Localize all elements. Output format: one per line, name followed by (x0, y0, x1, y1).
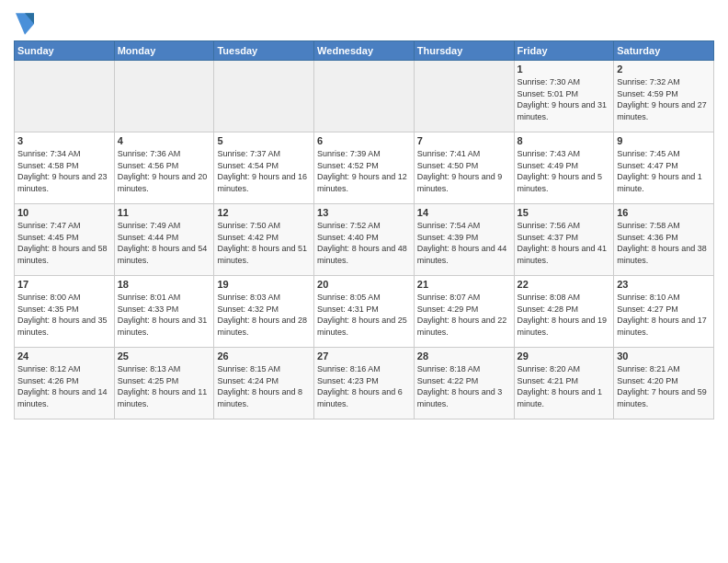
day-cell: 16Sunrise: 7:58 AM Sunset: 4:36 PM Dayli… (614, 204, 714, 276)
day-info: Sunrise: 7:49 AM Sunset: 4:44 PM Dayligh… (118, 220, 211, 266)
day-number: 17 (17, 279, 111, 290)
day-info: Sunrise: 8:08 AM Sunset: 4:28 PM Dayligh… (518, 292, 611, 338)
day-info: Sunrise: 7:41 AM Sunset: 4:50 PM Dayligh… (417, 148, 511, 194)
day-cell: 11Sunrise: 7:49 AM Sunset: 4:44 PM Dayli… (114, 204, 214, 276)
logo (14, 13, 34, 35)
day-number: 2 (617, 63, 711, 75)
day-number: 25 (118, 350, 211, 362)
day-info: Sunrise: 7:37 AM Sunset: 4:54 PM Dayligh… (217, 148, 311, 194)
weekday-header-wednesday: Wednesday (314, 41, 415, 61)
day-cell: 2Sunrise: 7:32 AM Sunset: 4:59 PM Daylig… (614, 61, 714, 132)
day-number: 22 (518, 279, 611, 290)
day-number: 5 (217, 135, 311, 146)
day-cell: 21Sunrise: 8:07 AM Sunset: 4:29 PM Dayli… (414, 276, 514, 348)
day-cell: 19Sunrise: 8:03 AM Sunset: 4:32 PM Dayli… (214, 276, 314, 348)
day-info: Sunrise: 8:16 AM Sunset: 4:23 PM Dayligh… (317, 363, 411, 409)
day-number: 24 (17, 350, 111, 362)
page: SundayMondayTuesdayWednesdayThursdayFrid… (0, 0, 728, 563)
day-cell (414, 61, 514, 132)
day-info: Sunrise: 7:47 AM Sunset: 4:45 PM Dayligh… (17, 220, 111, 266)
day-cell: 14Sunrise: 7:54 AM Sunset: 4:39 PM Dayli… (414, 204, 514, 276)
week-row-3: 10Sunrise: 7:47 AM Sunset: 4:45 PM Dayli… (15, 204, 714, 276)
day-info: Sunrise: 8:05 AM Sunset: 4:31 PM Dayligh… (317, 292, 411, 338)
day-cell: 22Sunrise: 8:08 AM Sunset: 4:28 PM Dayli… (514, 276, 614, 348)
day-cell: 3Sunrise: 7:34 AM Sunset: 4:58 PM Daylig… (15, 132, 115, 204)
day-number: 18 (118, 279, 211, 290)
day-info: Sunrise: 8:18 AM Sunset: 4:22 PM Dayligh… (417, 363, 511, 409)
day-cell: 12Sunrise: 7:50 AM Sunset: 4:42 PM Dayli… (214, 204, 314, 276)
day-cell (114, 61, 214, 132)
day-cell: 18Sunrise: 8:01 AM Sunset: 4:33 PM Dayli… (114, 276, 214, 348)
day-info: Sunrise: 7:54 AM Sunset: 4:39 PM Dayligh… (417, 220, 511, 266)
day-number: 9 (617, 135, 711, 146)
day-info: Sunrise: 7:50 AM Sunset: 4:42 PM Dayligh… (217, 220, 311, 266)
day-number: 28 (417, 350, 511, 362)
day-info: Sunrise: 8:12 AM Sunset: 4:26 PM Dayligh… (17, 363, 111, 409)
weekday-header-monday: Monday (114, 41, 214, 61)
day-cell: 27Sunrise: 8:16 AM Sunset: 4:23 PM Dayli… (314, 348, 415, 419)
day-cell: 6Sunrise: 7:39 AM Sunset: 4:52 PM Daylig… (314, 132, 415, 204)
day-info: Sunrise: 8:00 AM Sunset: 4:35 PM Dayligh… (17, 292, 111, 338)
day-number: 3 (17, 135, 111, 146)
day-number: 4 (118, 135, 211, 146)
weekday-header-thursday: Thursday (414, 41, 514, 61)
day-number: 12 (217, 207, 311, 218)
day-cell: 25Sunrise: 8:13 AM Sunset: 4:25 PM Dayli… (114, 348, 214, 419)
week-row-2: 3Sunrise: 7:34 AM Sunset: 4:58 PM Daylig… (15, 132, 714, 204)
day-number: 1 (518, 63, 611, 75)
day-number: 8 (518, 135, 611, 146)
day-cell: 26Sunrise: 8:15 AM Sunset: 4:24 PM Dayli… (214, 348, 314, 419)
day-info: Sunrise: 7:43 AM Sunset: 4:49 PM Dayligh… (518, 148, 611, 194)
day-number: 26 (217, 350, 311, 362)
day-cell: 9Sunrise: 7:45 AM Sunset: 4:47 PM Daylig… (614, 132, 714, 204)
day-number: 20 (317, 279, 411, 290)
day-number: 19 (217, 279, 311, 290)
week-row-1: 1Sunrise: 7:30 AM Sunset: 5:01 PM Daylig… (15, 61, 714, 132)
day-info: Sunrise: 8:03 AM Sunset: 4:32 PM Dayligh… (217, 292, 311, 338)
day-info: Sunrise: 7:56 AM Sunset: 4:37 PM Dayligh… (518, 220, 611, 266)
week-row-5: 24Sunrise: 8:12 AM Sunset: 4:26 PM Dayli… (15, 348, 714, 419)
day-info: Sunrise: 7:39 AM Sunset: 4:52 PM Dayligh… (317, 148, 411, 194)
weekday-header-sunday: Sunday (15, 41, 115, 61)
day-cell: 8Sunrise: 7:43 AM Sunset: 4:49 PM Daylig… (514, 132, 614, 204)
day-cell: 28Sunrise: 8:18 AM Sunset: 4:22 PM Dayli… (414, 348, 514, 419)
day-number: 6 (317, 135, 411, 146)
day-cell: 13Sunrise: 7:52 AM Sunset: 4:40 PM Dayli… (314, 204, 415, 276)
day-info: Sunrise: 8:20 AM Sunset: 4:21 PM Dayligh… (518, 363, 611, 409)
day-info: Sunrise: 8:13 AM Sunset: 4:25 PM Dayligh… (118, 363, 211, 409)
day-cell: 29Sunrise: 8:20 AM Sunset: 4:21 PM Dayli… (514, 348, 614, 419)
day-cell: 5Sunrise: 7:37 AM Sunset: 4:54 PM Daylig… (214, 132, 314, 204)
weekday-header-tuesday: Tuesday (214, 41, 314, 61)
day-number: 29 (518, 350, 611, 362)
day-cell: 17Sunrise: 8:00 AM Sunset: 4:35 PM Dayli… (15, 276, 115, 348)
weekday-header-friday: Friday (514, 41, 614, 61)
day-info: Sunrise: 7:52 AM Sunset: 4:40 PM Dayligh… (317, 220, 411, 266)
day-number: 7 (417, 135, 511, 146)
calendar: SundayMondayTuesdayWednesdayThursdayFrid… (14, 40, 714, 419)
weekday-header-saturday: Saturday (614, 41, 714, 61)
day-info: Sunrise: 8:01 AM Sunset: 4:33 PM Dayligh… (118, 292, 211, 338)
day-cell: 24Sunrise: 8:12 AM Sunset: 4:26 PM Dayli… (15, 348, 115, 419)
weekday-header-row: SundayMondayTuesdayWednesdayThursdayFrid… (15, 41, 714, 61)
day-number: 13 (317, 207, 411, 218)
day-number: 11 (118, 207, 211, 218)
day-info: Sunrise: 8:07 AM Sunset: 4:29 PM Dayligh… (417, 292, 511, 338)
day-cell: 20Sunrise: 8:05 AM Sunset: 4:31 PM Dayli… (314, 276, 415, 348)
day-number: 27 (317, 350, 411, 362)
day-info: Sunrise: 8:15 AM Sunset: 4:24 PM Dayligh… (217, 363, 311, 409)
day-cell: 30Sunrise: 8:21 AM Sunset: 4:20 PM Dayli… (614, 348, 714, 419)
day-info: Sunrise: 7:36 AM Sunset: 4:56 PM Dayligh… (118, 148, 211, 194)
day-info: Sunrise: 7:32 AM Sunset: 4:59 PM Dayligh… (617, 76, 711, 122)
logo-icon (16, 13, 34, 35)
week-row-4: 17Sunrise: 8:00 AM Sunset: 4:35 PM Dayli… (15, 276, 714, 348)
day-cell: 15Sunrise: 7:56 AM Sunset: 4:37 PM Dayli… (514, 204, 614, 276)
day-cell: 10Sunrise: 7:47 AM Sunset: 4:45 PM Dayli… (15, 204, 115, 276)
day-info: Sunrise: 8:21 AM Sunset: 4:20 PM Dayligh… (617, 363, 711, 409)
day-info: Sunrise: 7:45 AM Sunset: 4:47 PM Dayligh… (617, 148, 711, 194)
day-cell: 23Sunrise: 8:10 AM Sunset: 4:27 PM Dayli… (614, 276, 714, 348)
day-info: Sunrise: 7:34 AM Sunset: 4:58 PM Dayligh… (17, 148, 111, 194)
day-cell (314, 61, 415, 132)
day-cell: 7Sunrise: 7:41 AM Sunset: 4:50 PM Daylig… (414, 132, 514, 204)
day-number: 23 (617, 279, 711, 290)
day-cell (214, 61, 314, 132)
